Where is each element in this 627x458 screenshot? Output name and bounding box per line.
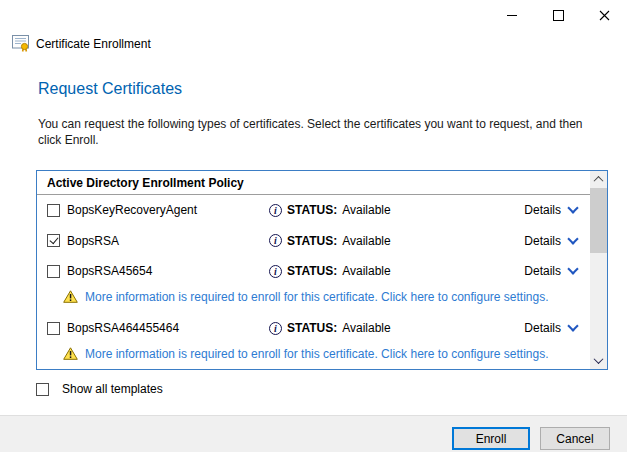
status-value: Available — [342, 321, 390, 335]
minimize-icon — [507, 15, 517, 16]
cancel-button[interactable]: Cancel — [540, 427, 610, 450]
chevron-down-icon — [567, 320, 578, 331]
details-label: Details — [524, 234, 561, 248]
scrollbar-down-button[interactable] — [590, 352, 607, 369]
certificate-name[interactable]: BopsRSA464455464 — [67, 321, 179, 335]
close-icon — [599, 10, 610, 21]
certificate-listbox: Active Directory Enrollment Policy BopsK… — [36, 170, 608, 370]
details-button[interactable]: Details — [524, 234, 577, 248]
window-controls — [489, 0, 627, 30]
scrollbar-track[interactable] — [590, 253, 607, 352]
show-all-templates-label: Show all templates — [62, 382, 163, 396]
chevron-down-icon — [567, 233, 578, 244]
certificate-row: BopsKeyRecoveryAgentiSTATUS:AvailableDet… — [37, 195, 590, 225]
page-description: You can request the following types of c… — [38, 116, 596, 148]
status-group: iSTATUS:Available — [269, 234, 391, 248]
certificate-list-rows: Active Directory Enrollment Policy BopsK… — [37, 171, 590, 369]
info-icon: i — [269, 234, 282, 247]
chevron-down-icon — [594, 354, 604, 364]
status-label: STATUS: — [287, 203, 337, 217]
footer-buttons: Enroll Cancel — [452, 427, 610, 450]
chevron-up-icon — [594, 176, 604, 186]
enroll-button[interactable]: Enroll — [452, 427, 530, 450]
status-group: iSTATUS:Available — [269, 203, 391, 217]
footer-bar: Enroll Cancel — [0, 415, 627, 452]
scrollbar-thumb[interactable] — [590, 188, 607, 253]
certificate-name[interactable]: BopsRSA — [67, 234, 119, 248]
status-group: iSTATUS:Available — [269, 264, 391, 278]
details-button[interactable]: Details — [524, 264, 577, 278]
status-value: Available — [342, 203, 390, 217]
page-title: Request Certificates — [38, 80, 182, 98]
info-icon: i — [269, 265, 282, 278]
certificate-icon — [12, 35, 30, 52]
status-label: STATUS: — [287, 264, 337, 278]
certificate-row: BopsRSAiSTATUS:AvailableDetails — [37, 225, 590, 256]
chevron-down-icon — [567, 202, 578, 213]
certificate-row: BopsRSA464455464iSTATUS:AvailableDetails — [37, 313, 590, 343]
details-button[interactable]: Details — [524, 203, 577, 217]
status-value: Available — [342, 234, 390, 248]
details-label: Details — [524, 321, 561, 335]
status-group: iSTATUS:Available — [269, 321, 391, 335]
warning-icon — [63, 347, 78, 360]
warning-link[interactable]: More information is required to enroll f… — [85, 290, 549, 304]
certificate-checkbox[interactable] — [47, 234, 60, 247]
app-header: Certificate Enrollment — [12, 35, 151, 52]
checkbox-icon — [36, 383, 49, 396]
certificate-checkbox[interactable] — [47, 322, 60, 335]
warning-icon — [63, 290, 78, 303]
certificate-name[interactable]: BopsRSA45654 — [67, 264, 152, 278]
minimize-button[interactable] — [489, 0, 535, 30]
details-label: Details — [524, 203, 561, 217]
vertical-scrollbar — [590, 171, 607, 369]
enrollment-policy-header: Active Directory Enrollment Policy — [37, 171, 590, 195]
info-icon: i — [269, 204, 282, 217]
status-label: STATUS: — [287, 234, 337, 248]
certificate-checkbox[interactable] — [47, 204, 60, 217]
maximize-icon — [553, 10, 564, 21]
maximize-button[interactable] — [535, 0, 581, 30]
certificate-row: BopsRSA45654iSTATUS:AvailableDetails — [37, 256, 590, 286]
certificate-checkbox[interactable] — [47, 265, 60, 278]
close-button[interactable] — [581, 0, 627, 30]
certificate-warning: More information is required to enroll f… — [37, 343, 590, 364]
details-button[interactable]: Details — [524, 321, 577, 335]
show-all-templates-checkbox[interactable]: Show all templates — [36, 382, 163, 396]
info-icon: i — [269, 322, 282, 335]
app-title: Certificate Enrollment — [36, 37, 151, 51]
chevron-down-icon — [567, 263, 578, 274]
certificate-name[interactable]: BopsKeyRecoveryAgent — [67, 203, 197, 217]
details-label: Details — [524, 264, 561, 278]
certificate-warning: More information is required to enroll f… — [37, 286, 590, 307]
warning-link[interactable]: More information is required to enroll f… — [85, 347, 549, 361]
status-label: STATUS: — [287, 321, 337, 335]
status-value: Available — [342, 264, 390, 278]
scrollbar-up-button[interactable] — [590, 171, 607, 188]
